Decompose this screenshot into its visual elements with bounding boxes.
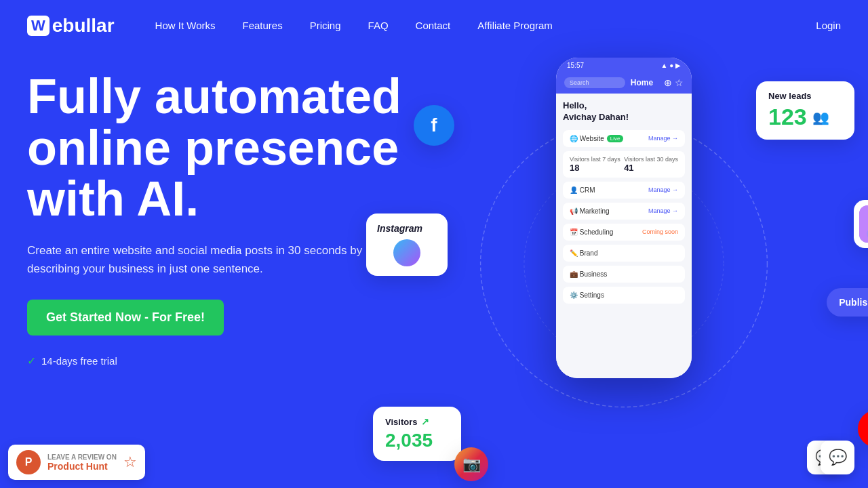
hero-right: f 15:57 ▲ ● ▶ Search Home ⊕ ☆ Hello,Avic… (407, 64, 841, 488)
crm-label: 👤 CRM (570, 186, 648, 194)
instagram-bottom-icon: 📷 (462, 455, 481, 473)
nav-affiliate[interactable]: Affiliate Program (477, 20, 553, 31)
leads-icon: 👥 (812, 109, 829, 125)
scheduling-label: 📅 Scheduling (570, 228, 642, 236)
phone-row-website[interactable]: 🌐 Website Live Manage → (563, 130, 685, 147)
settings-label: ⚙️ Settings (570, 291, 678, 299)
v7-value: 18 (570, 163, 620, 173)
hero-subtitle: Create an entire website and social medi… (27, 241, 380, 278)
business-label: 💼 Business (570, 270, 678, 278)
marketing-label: 📢 Marketing (570, 207, 648, 215)
instagram-label: Instagram (377, 223, 437, 234)
phone-time: 15:57 (567, 62, 584, 69)
phone-status-bar: 15:57 ▲ ● ▶ (556, 58, 692, 73)
phone-row-marketing[interactable]: 📢 Marketing Manage → (563, 203, 685, 220)
hero-section: Fully automated online presence with AI.… (0, 51, 868, 488)
ph-big-text: Product Hunt (47, 461, 117, 472)
phone-body: Hello,Avichay Dahan! 🌐 Website Live Mana… (556, 94, 692, 378)
phone-row-scheduling[interactable]: 📅 Scheduling Coming soon (563, 224, 685, 241)
phone-search[interactable]: Search (564, 77, 625, 88)
instagram-card[interactable]: Instagram (366, 214, 448, 276)
phone-row-visitors: Visitors last 7 days 18 Visitors last 30… (563, 151, 685, 178)
phone-mockup: 15:57 ▲ ● ▶ Search Home ⊕ ☆ Hello,Avicha… (556, 58, 692, 378)
website-manage[interactable]: Manage → (648, 135, 678, 142)
login-button[interactable]: Login (816, 20, 841, 31)
hero-title: Fully automated online presence with AI. (27, 71, 407, 225)
phone-icons: ▲ ● ▶ (661, 62, 682, 69)
ph-text: LEAVE A REVIEW ON Product Hunt (47, 453, 117, 472)
v30-label: Visitors last 30 days (624, 156, 678, 163)
person-avatar: f (859, 205, 868, 243)
leads-label: New leads (768, 91, 842, 101)
ph-logo: P (16, 450, 41, 474)
person-card: f (854, 200, 868, 248)
v7-label: Visitors last 7 days (570, 156, 620, 163)
phone-nav-icons: ⊕ ☆ (664, 77, 684, 88)
trend-icon: ↗ (421, 416, 429, 427)
nav-faq[interactable]: FAQ (368, 20, 389, 31)
chat-bubble[interactable]: 💬 (821, 441, 854, 474)
person-image (859, 205, 868, 243)
facebook-card[interactable]: f (414, 105, 454, 146)
phone-greeting: Hello,Avichay Dahan! (563, 100, 685, 123)
nav-features[interactable]: Features (242, 20, 282, 31)
scheduling-coming: Coming soon (642, 228, 678, 235)
svg-rect-2 (859, 205, 868, 243)
navbar: Webullar How It Works Features Pricing F… (0, 0, 868, 51)
crm-manage[interactable]: Manage → (648, 186, 678, 193)
check-icon: ✓ (27, 354, 36, 367)
phone-nav-title: Home (631, 78, 653, 87)
publish-post-card[interactable]: Publish Post (827, 288, 868, 317)
phone-nav-bar: Search Home ⊕ ☆ (556, 73, 692, 94)
visitors-value: 2,035 (385, 430, 449, 451)
leads-value: 123 👥 (768, 104, 842, 130)
leads-card: New leads 123 👥 (756, 81, 854, 140)
visitors-card: Visitors ↗ 2,035 (373, 407, 461, 461)
trial-text: 14-days free trial (41, 355, 117, 367)
instagram-bottom-card[interactable]: 📷 (454, 447, 488, 481)
nav-contact[interactable]: Contact (416, 20, 451, 31)
nav-links: How It Works Features Pricing FAQ Contac… (155, 20, 816, 31)
nav-pricing[interactable]: Pricing (310, 20, 341, 31)
marketing-manage[interactable]: Manage → (648, 207, 678, 214)
phone-row-business[interactable]: 💼 Business (563, 266, 685, 283)
brand-label: ✏️ Brand (570, 249, 678, 257)
trial-info: ✓ 14-days free trial (27, 354, 407, 367)
chat-icon: 💬 (829, 449, 847, 466)
phone-row-settings[interactable]: ⚙️ Settings (563, 287, 685, 304)
instagram-avatar (393, 239, 420, 266)
v30-value: 41 (624, 163, 678, 173)
ph-small-text: LEAVE A REVIEW ON (47, 453, 117, 461)
logo-name: ebullar (52, 15, 115, 37)
youtube-card[interactable]: ▶ (858, 410, 868, 447)
visitors-label: Visitors ↗ (385, 416, 449, 427)
facebook-icon: f (431, 115, 437, 136)
phone-row-brand[interactable]: ✏️ Brand (563, 245, 685, 262)
hero-left: Fully automated online presence with AI.… (27, 64, 407, 488)
cta-button[interactable]: Get Started Now - For Free! (27, 300, 224, 336)
website-badge: Live (607, 135, 624, 142)
logo[interactable]: Webullar (27, 15, 115, 37)
logo-w: W (27, 16, 50, 36)
publish-label: Publish Post (839, 297, 868, 308)
nav-how-it-works[interactable]: How It Works (155, 20, 216, 31)
ph-star-icon: ☆ (123, 453, 137, 471)
website-label: 🌐 Website Live (570, 135, 648, 142)
phone-row-crm[interactable]: 👤 CRM Manage → (563, 182, 685, 199)
product-hunt-badge[interactable]: P LEAVE A REVIEW ON Product Hunt ☆ (8, 445, 145, 480)
